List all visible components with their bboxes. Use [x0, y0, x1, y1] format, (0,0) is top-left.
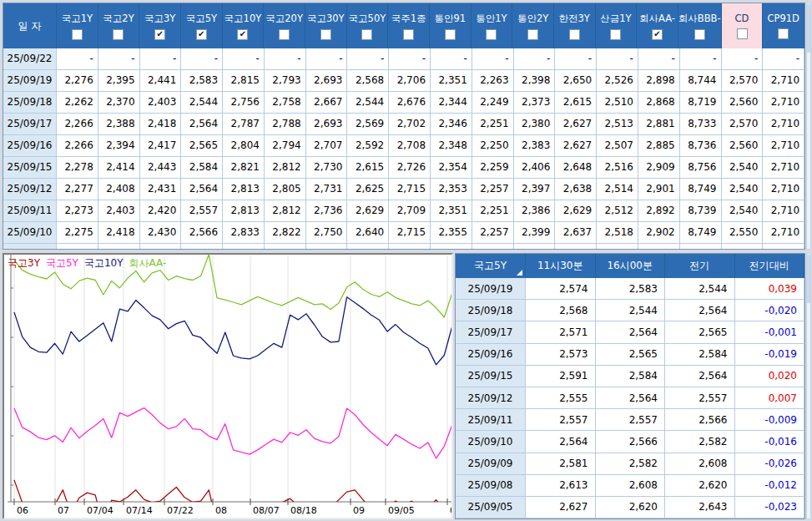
checkbox-통안2Y[interactable]: [527, 29, 538, 40]
rate-cell: -: [722, 48, 764, 70]
detail-1600-cell: 2,583: [596, 278, 666, 300]
rate-cell: 2,758: [265, 92, 306, 114]
column-header-국주1종[interactable]: 국주1종: [388, 3, 430, 48]
column-header-국고10Y[interactable]: 국고10Y✔: [223, 3, 265, 48]
checkbox-회사AA-[interactable]: ✔: [652, 29, 663, 40]
detail-date-cell: 25/09/16: [456, 344, 526, 366]
rate-cell: 2,627: [555, 114, 597, 135]
x-tick-label: 09/05: [388, 505, 415, 516]
column-header-한전3Y[interactable]: 한전3Y: [554, 3, 596, 48]
table-row: 25/09/122,2772,4082,4312,5642,8132,8052,…: [3, 179, 804, 200]
row-date-cell: [3, 244, 57, 250]
legend-item-국고5Y: 국고5Y: [46, 257, 78, 269]
column-header-label: 국고20Y: [265, 13, 303, 25]
detail-column-header-전기대비[interactable]: 전기대비: [735, 254, 805, 278]
rate-cell: -: [389, 48, 431, 70]
column-header-통안2Y[interactable]: 통안2Y: [512, 3, 554, 48]
column-header-국고50Y[interactable]: 국고50Y: [347, 3, 389, 48]
rate-cell: 2,355: [431, 222, 472, 244]
rate-cell: 2,815: [223, 70, 265, 92]
column-header-국고2Y[interactable]: 국고2Y: [98, 3, 140, 48]
rate-cell: 2,788: [265, 114, 306, 135]
rate-cell: 2,373: [514, 92, 556, 114]
column-header-국고20Y[interactable]: 국고20Y: [264, 3, 305, 48]
checkbox-CD[interactable]: [737, 28, 748, 39]
rate-cell: 2,881: [638, 114, 680, 135]
rate-cell: [98, 244, 140, 250]
checkbox-국고30Y[interactable]: [320, 29, 331, 40]
checkbox-통안1Y[interactable]: [486, 29, 497, 40]
column-header-CP91D[interactable]: CP91D: [763, 3, 804, 48]
rates-scrollbar-thumb[interactable]: [807, 4, 810, 53]
chart-legend: 국고3Y국고5Y국고10Y회사AA-: [8, 256, 172, 271]
rate-cell: 2,403: [140, 92, 182, 114]
column-header-label: 국주1종: [391, 13, 426, 25]
rates-table-scrollbar[interactable]: [806, 3, 811, 250]
rate-cell: 2,731: [306, 179, 348, 200]
rate-cell: 2,648: [555, 157, 597, 179]
detail-column-header-국고5Y[interactable]: 국고5Y: [456, 254, 526, 278]
detail-column-header-16시00분[interactable]: 16시00분: [596, 254, 666, 278]
detail-1130-cell: 2,555: [526, 387, 596, 409]
checkbox-국고2Y[interactable]: [113, 29, 124, 40]
legend-item-회사AA-: 회사AA-: [129, 257, 167, 269]
detail-1130-cell: 2,568: [526, 300, 596, 321]
column-header-CD[interactable]: CD: [722, 3, 764, 48]
rate-cell: 2,812: [265, 200, 306, 222]
checkbox-국고50Y[interactable]: [361, 29, 372, 40]
rate-cell: 2,676: [389, 92, 431, 114]
checkbox-국고5Y[interactable]: ✔: [196, 29, 207, 40]
rate-cell: 2,693: [306, 114, 348, 135]
detail-column-header-전기[interactable]: 전기: [665, 254, 735, 278]
column-header-국고30Y[interactable]: 국고30Y: [305, 3, 347, 48]
rate-cell: [389, 244, 431, 250]
detail-scrollbar-thumb[interactable]: [807, 255, 810, 303]
detail-row: 25/09/052,6272,6202,643-0,023: [456, 497, 804, 518]
rate-cell: 2,592: [347, 135, 389, 157]
checkbox-산금1Y[interactable]: [610, 29, 621, 40]
detail-prev-cell: 2,544: [665, 278, 735, 300]
rate-cell: 2,638: [555, 179, 597, 200]
rate-cell: 2,566: [181, 222, 223, 244]
column-header-date[interactable]: 일 자: [3, 3, 57, 48]
detail-table-scrollbar[interactable]: [806, 253, 811, 519]
rate-cell: 2,266: [57, 135, 98, 157]
column-header-산금1Y[interactable]: 산금1Y: [596, 3, 638, 48]
checkbox-CP91D[interactable]: [778, 28, 789, 39]
checkbox-한전3Y[interactable]: [569, 29, 580, 40]
detail-prev-cell: 2,582: [665, 431, 735, 453]
rate-cell: 2,394: [98, 135, 140, 157]
detail-rows: 25/09/192,5742,5832,5440,03925/09/182,56…: [456, 278, 804, 518]
table-row: 25/09/112,2732,4032,4202,5572,8132,8122,…: [3, 200, 804, 222]
column-header-회사AA-[interactable]: 회사AA-✔: [637, 3, 678, 48]
checkbox-국고20Y[interactable]: [279, 29, 290, 40]
rate-cell: 2,544: [347, 92, 389, 114]
checkbox-회사BBB-[interactable]: [694, 29, 705, 40]
rate-cell: 2,709: [389, 200, 431, 222]
checkbox-국고3Y[interactable]: ✔: [154, 29, 165, 40]
column-header-통안91[interactable]: 통안91: [430, 3, 472, 48]
rate-cell: 2,251: [472, 114, 514, 135]
checkbox-국고10Y[interactable]: ✔: [237, 29, 248, 40]
checkbox-통안91[interactable]: [445, 29, 456, 40]
rate-cell: 2,398: [514, 70, 556, 92]
rate-cell: [722, 244, 764, 250]
column-header-회사BBB-[interactable]: 회사BBB-: [678, 3, 722, 48]
detail-1600-cell: 2,566: [596, 431, 666, 453]
checkbox-국주1종[interactable]: [403, 29, 414, 40]
column-header-통안1Y[interactable]: 통안1Y: [472, 3, 513, 48]
table-row: 25/09/172,2662,3882,4182,5642,7872,7882,…: [3, 114, 804, 135]
rate-cell: 2,892: [638, 200, 680, 222]
rate-cell: 2,346: [431, 114, 472, 135]
column-header-국고5Y[interactable]: 국고5Y✔: [181, 3, 223, 48]
detail-column-header-11시30분[interactable]: 11시30분: [526, 254, 596, 278]
rate-cell: 2,715: [389, 179, 431, 200]
column-header-국고1Y[interactable]: 국고1Y: [57, 3, 98, 48]
rate-cell: [140, 244, 182, 250]
checkbox-국고1Y[interactable]: [72, 29, 83, 40]
rate-cell: -: [223, 48, 265, 70]
detail-prev-cell: 2,608: [665, 453, 735, 475]
rate-cell: 2,266: [57, 114, 98, 135]
column-header-국고3Y[interactable]: 국고3Y✔: [139, 3, 181, 48]
row-date-cell: 25/09/10: [3, 222, 57, 244]
